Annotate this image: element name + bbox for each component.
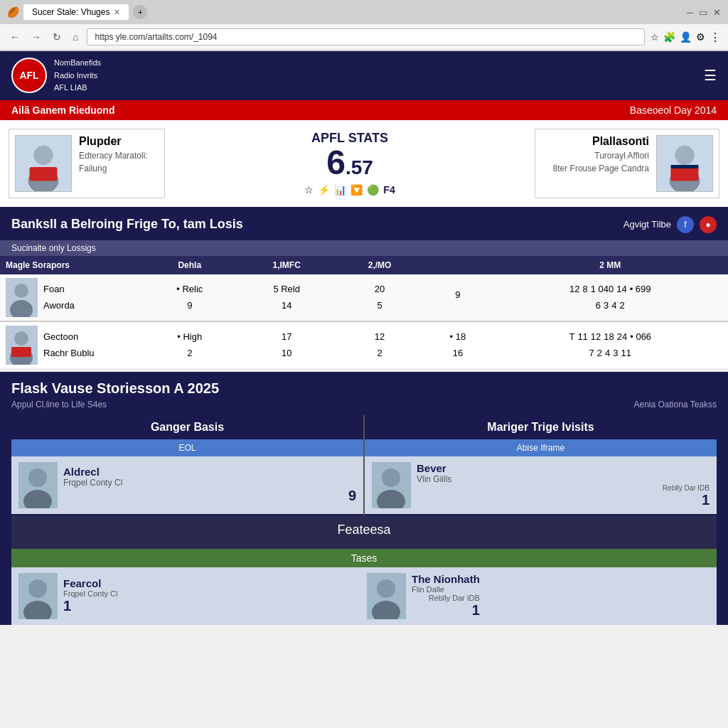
player-right-detail1: Turorayl Affiori: [541, 151, 649, 161]
comparison-left: Ganger Basis EOL Aldrecl Frqpel Conty Cl…: [11, 415, 363, 515]
stats-table: Magle Sorapors Dehla 1,IMFC 2,/MO 2 MM: [0, 256, 728, 369]
comp-right-header: Mariger Trige Ivisits: [365, 415, 717, 439]
player-left-photo: [15, 135, 72, 192]
browser-chrome: 🏉 Sucer Stale: Vhuges ✕ + ─ ▭ ✕ ← → ↻ ⌂ …: [0, 0, 728, 51]
features-title: Feateesa: [23, 523, 705, 537]
red-title-bar: Ailã Ganem Rieduond Baseoeol Day 2014: [0, 100, 728, 120]
stats-icon1: ⚡: [318, 184, 330, 196]
feat-player3-name: Fearcol: [63, 577, 117, 589]
row4-name: Rachr Bublu: [43, 348, 95, 358]
svg-rect-15: [11, 347, 31, 357]
row3-name: Gectoon: [43, 331, 95, 342]
hamburger-menu[interactable]: ☰: [704, 67, 717, 84]
extension-icon[interactable]: 🧩: [663, 31, 675, 43]
features-section: Feateesa: [11, 515, 717, 549]
facebook-icon[interactable]: f: [677, 216, 694, 233]
new-tab-button[interactable]: +: [133, 5, 147, 19]
feat-player4-label: Flin Dalle: [412, 585, 480, 594]
feat-row: Fearcol Frqpel Conty Cl 1 The Nionhath F…: [11, 567, 717, 625]
player-right-detail2: 8ter Frouse Page Candra: [541, 164, 649, 173]
comp-left-header: Ganger Basis: [11, 415, 363, 439]
comp-player2-right-label: Reblly Dar IDB: [417, 484, 710, 492]
player-right-name: Plallasonti: [541, 135, 649, 148]
comp-left-sub: EOL: [11, 439, 363, 456]
star-icon: ☆: [304, 184, 314, 196]
stats-label: APFL STATS: [176, 131, 523, 146]
stats-icon5: F4: [383, 184, 395, 196]
comp-player2-info: Bever Vlin Giills Reblly Dar IDB 1: [417, 462, 710, 508]
close-tab-button[interactable]: ✕: [114, 8, 120, 17]
account-icon[interactable]: 👤: [680, 31, 692, 43]
afl-header: AFL NomBanefids Radio Invrits AFL LIAB ☰: [0, 51, 728, 100]
svg-point-5: [675, 145, 694, 164]
url-bar[interactable]: [87, 28, 645, 46]
browser-tab[interactable]: Sucer Stale: Vhuges ✕: [23, 4, 129, 20]
nav-icons: ☆ 🧩 👤 ⚙ ⋮: [651, 31, 721, 44]
section2-sub-left: Appul Cl,line to Life S4es: [11, 400, 107, 410]
home-button[interactable]: ⌂: [70, 30, 81, 44]
row1-name: Foan: [43, 284, 75, 294]
col-header-mo: 2,/MO: [336, 256, 424, 274]
player-header: Plupder Edteracy Maratoli: Failung APFL …: [0, 120, 728, 209]
comp-row-right: Bever Vlin Giills Reblly Dar IDB 1: [365, 456, 717, 514]
player-card-left: Plupder Edteracy Maratoli: Failung: [9, 129, 165, 198]
feat-player4-right-value: 1: [412, 602, 480, 619]
stats-icons: ☆ ⚡ 📊 🔽 🟢 F4: [176, 184, 523, 196]
stats-center: APFL STATS 6.57 ☆ ⚡ 📊 🔽 🟢 F4: [176, 131, 523, 196]
section1-right-label: Agvigt Tilbe: [623, 219, 671, 230]
menu-icon[interactable]: ⋮: [710, 31, 721, 44]
comp-player1-name: Aldrecl: [63, 466, 356, 478]
table-row: Foan Aworda • Relic 9 5 Reld 14 20 5: [0, 274, 728, 321]
feat-player4-right-label: Reblly Dar iDB: [412, 594, 480, 602]
section2-sub-right: Aenia Oationa Teakss: [633, 400, 717, 410]
page-title-left: Ailã Ganem Rieduond: [11, 105, 114, 116]
section2: Flask Vause Storiesson A 2025 Appul Cl,l…: [0, 372, 728, 625]
row2-name: Aworda: [43, 300, 75, 311]
nav-bar: ← → ↻ ⌂ ☆ 🧩 👤 ⚙ ⋮: [0, 24, 728, 50]
svg-point-23: [28, 579, 47, 598]
afl-logo: AFL: [11, 58, 47, 93]
player-card-right: Plallasonti Turorayl Affiori 8ter Frouse…: [535, 129, 719, 198]
settings-icon[interactable]: ⚙: [696, 31, 705, 43]
social-icon[interactable]: ●: [700, 216, 717, 233]
player-right-info: Plallasonti Turorayl Affiori 8ter Frouse…: [541, 135, 649, 192]
stats-number: 6.57: [176, 146, 523, 180]
svg-point-26: [377, 579, 395, 598]
col-header-blank: [423, 256, 492, 274]
section2-sub: Appul Cl,line to Life S4es Aenia Oationa…: [11, 400, 717, 410]
comparison-container: Ganger Basis EOL Aldrecl Frqpel Conty Cl…: [11, 415, 717, 515]
feat-left: Fearcol Frqpel Conty Cl 1: [18, 573, 361, 619]
svg-rect-7: [671, 167, 699, 181]
feat-player3-value: 1: [63, 598, 117, 614]
reload-button[interactable]: ↻: [50, 30, 64, 44]
player2-thumbnail: [6, 326, 38, 365]
svg-rect-8: [671, 165, 699, 168]
minimize-button[interactable]: ─: [687, 7, 693, 18]
feat-player3-label: Frqpel Conty Cl: [63, 589, 117, 598]
section1-sub: Sucinalte only Lossigs: [0, 240, 728, 256]
player-name-cell: Gectoon Rachr Bublu: [0, 321, 142, 369]
feat-player4-info: The Nionhath Flin Dalle Reblly Dar iDB 1: [412, 573, 480, 619]
feat-right: The Nionhath Flin Dalle Reblly Dar iDB 1: [367, 573, 710, 619]
maximize-button[interactable]: ▭: [699, 7, 707, 18]
comp-player1-photo: [18, 462, 58, 508]
comp-row-left: Aldrecl Frqpel Conty Cl 9: [11, 456, 363, 514]
stats-icon4: 🟢: [367, 184, 379, 196]
back-button[interactable]: ←: [7, 30, 23, 44]
tab-title: Sucer Stale: Vhuges: [32, 7, 109, 17]
svg-point-1: [33, 145, 53, 164]
forward-button[interactable]: →: [28, 30, 44, 44]
comparison-right: Mariger Trige Ivisits Abise Iframe Bever…: [365, 415, 717, 515]
feat-player4-photo: [367, 573, 406, 619]
player-left-detail2: Failung: [79, 164, 159, 173]
svg-point-20: [382, 469, 400, 487]
player-right-photo: [656, 135, 713, 192]
close-window-button[interactable]: ✕: [713, 7, 721, 18]
stats-icon2: 📊: [334, 184, 346, 196]
bookmark-icon[interactable]: ☆: [651, 32, 659, 43]
stats-icon3: 🔽: [350, 184, 363, 196]
comp-player1-label: Frqpel Conty Cl: [63, 478, 356, 488]
player-name-cell: Foan Aworda: [0, 274, 142, 321]
svg-rect-3: [30, 167, 58, 181]
col-header-dehla: Dehla: [142, 256, 237, 274]
